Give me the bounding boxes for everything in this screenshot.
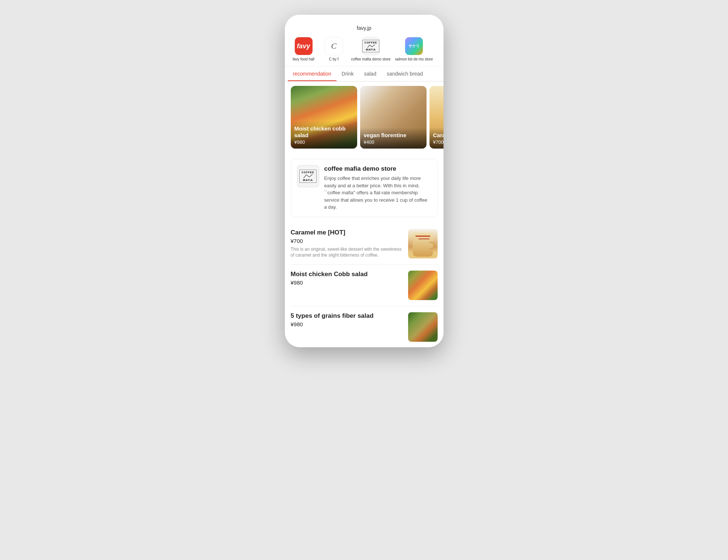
- menu-item-caramel-img: [408, 229, 438, 258]
- store-section-info: coffee mafia demo store Enjoy coffee tha…: [324, 165, 431, 211]
- coffee-mountain-icon: [367, 44, 375, 48]
- store-icon-c: C: [325, 37, 343, 55]
- store-icon-coffee: COFFEE MAFIA: [362, 37, 380, 55]
- hero-card-caramel[interactable]: Cara... ¥700: [429, 86, 444, 149]
- store-logo-coffee-box: COFFEE MAFIA: [299, 170, 316, 183]
- c-logo-text: C: [331, 41, 337, 51]
- store-label-salmon: salmon list de mo store: [395, 57, 433, 62]
- tab-recommendation[interactable]: recommendation: [288, 66, 337, 81]
- store-section-name: coffee mafia demo store: [324, 165, 431, 173]
- store-label-c: C by f: [329, 57, 338, 62]
- category-tabs: recommendation Drink salad sandwich brea…: [285, 66, 444, 81]
- store-tab-salmon[interactable]: サケリ salmon list de mo store: [395, 37, 433, 62]
- phone-frame: favy.jp favy favy food hall C C by f COF…: [285, 15, 444, 347]
- tab-salad[interactable]: salad: [359, 66, 381, 81]
- menu-item-grain-name: 5 types of grains fiber salad: [291, 312, 404, 320]
- store-logo-coffee-2: MAFIA: [303, 179, 313, 181]
- menu-item-caramel-name: Caramel me [HOT]: [291, 229, 404, 236]
- hero-card-caramel-name: Cara...: [433, 132, 444, 139]
- salmon-logo-text: サケリ: [407, 42, 421, 50]
- menu-item-grain-img: [408, 312, 438, 342]
- store-tab-favy[interactable]: favy favy food hall: [291, 37, 317, 62]
- menu-item-caramel-info: Caramel me [HOT] ¥700 This is an origina…: [291, 229, 404, 259]
- menu-item-cobb-info: Moist chicken Cobb salad ¥980: [291, 271, 404, 288]
- hero-card-cobb-price: ¥980: [294, 139, 353, 145]
- tab-drink[interactable]: Drink: [337, 66, 359, 81]
- store-section: COFFEE MAFIA coffee mafia demo store Enj…: [291, 159, 438, 217]
- hero-card-vegan-price: ¥400: [364, 139, 423, 145]
- menu-item-cobb-price: ¥980: [291, 279, 404, 286]
- menu-item-grain[interactable]: 5 types of grains fiber salad ¥980: [291, 306, 438, 347]
- menu-item-cobb-img: [408, 271, 438, 300]
- menu-item-caramel[interactable]: Caramel me [HOT] ¥700 This is an origina…: [291, 223, 438, 265]
- tab-sandwich-bread[interactable]: sandwich bread: [382, 66, 428, 81]
- menu-item-grain-price: ¥980: [291, 321, 404, 327]
- store-logo-mountain-icon: [303, 174, 313, 178]
- status-bar: [285, 15, 444, 22]
- coffee-text-1: COFFEE: [365, 41, 377, 44]
- hero-card-caramel-overlay: Cara... ¥700: [429, 128, 444, 149]
- store-tab-c[interactable]: C C by f: [321, 37, 347, 62]
- favy-logo-text: favy: [297, 42, 310, 50]
- url-text: favy.jp: [357, 25, 371, 31]
- store-tab-coffee[interactable]: COFFEE MAFIA coffee mafia demo store: [351, 37, 391, 62]
- coffee-icon-box: COFFEE MAFIA: [362, 40, 379, 52]
- store-tabs: favy favy food hall C C by f COFFEE: [285, 34, 444, 66]
- hero-card-cobb-salad[interactable]: Moist chicken cobb salad ¥980: [291, 86, 357, 149]
- hero-card-vegan[interactable]: vegan florentine ¥400: [360, 86, 427, 149]
- store-label-coffee: coffee mafia demo store: [351, 57, 391, 62]
- store-icon-salmon: サケリ: [405, 37, 423, 55]
- hero-card-vegan-name: vegan florentine: [364, 132, 423, 139]
- store-section-desc: Enjoy coffee that enriches your daily li…: [324, 175, 431, 211]
- coffee-text-2: MAFIA: [366, 48, 376, 51]
- hero-card-cobb-overlay: Moist chicken cobb salad ¥980: [291, 121, 357, 149]
- menu-item-caramel-desc: This is an original, sweet-like dessert …: [291, 246, 404, 259]
- hero-carousel[interactable]: Moist chicken cobb salad ¥980 vegan flor…: [285, 81, 444, 153]
- store-label-favy: favy food hall: [293, 57, 314, 62]
- menu-item-cobb-name: Moist chicken Cobb salad: [291, 271, 404, 278]
- menu-item-caramel-price: ¥700: [291, 238, 404, 244]
- hero-card-cobb-name: Moist chicken cobb salad: [294, 125, 353, 139]
- url-bar: favy.jp: [285, 22, 444, 34]
- menu-item-cobb[interactable]: Moist chicken Cobb salad ¥980: [291, 265, 438, 306]
- hero-card-caramel-price: ¥700: [433, 139, 444, 145]
- menu-item-grain-info: 5 types of grains fiber salad ¥980: [291, 312, 404, 330]
- store-icon-favy: favy: [294, 37, 313, 55]
- store-logo-coffee-1: COFFEE: [301, 171, 314, 174]
- hero-card-vegan-overlay: vegan florentine ¥400: [360, 128, 427, 149]
- store-section-logo: COFFEE MAFIA: [297, 165, 319, 187]
- scroll-content[interactable]: favy favy food hall C C by f COFFEE: [285, 34, 444, 347]
